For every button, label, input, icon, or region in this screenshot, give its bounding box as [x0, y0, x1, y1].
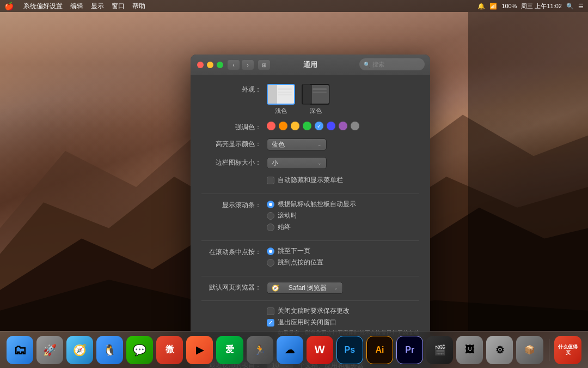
appearance-thumbs: 浅色 深色 — [267, 84, 419, 115]
click-jump-radio[interactable] — [267, 259, 274, 267]
scroll-always-label: 始终 — [278, 222, 291, 232]
wifi-icon[interactable]: 📶 — [489, 3, 497, 10]
search-placeholder: 搜索 — [372, 61, 384, 69]
notification-icon[interactable]: 🔔 — [477, 3, 485, 10]
dock-activity[interactable]: 🏃 — [247, 336, 273, 364]
dock-premiere[interactable]: Pr — [396, 336, 423, 364]
dark-thumbnail — [302, 84, 330, 105]
scroll-always-row: 始终 — [267, 222, 419, 232]
notification-center-icon[interactable]: ☰ — [578, 3, 584, 10]
light-thumbnail — [267, 84, 295, 105]
dock-finder[interactable]: 🗂 — [7, 336, 33, 364]
highlight-dropdown[interactable]: 蓝色 ⌄ — [267, 138, 327, 150]
scroll-auto-radio[interactable] — [267, 201, 274, 208]
accent-green[interactable] — [303, 122, 311, 130]
dock-wps[interactable]: W — [307, 336, 333, 364]
scroll-always-radio[interactable] — [267, 224, 274, 231]
search-icon[interactable]: 🔍 — [566, 3, 574, 10]
accent-red[interactable] — [267, 122, 275, 130]
divider-2 — [201, 240, 419, 241]
menubar: 🍎 系统偏好设置 编辑 显示 窗口 帮助 🔔 📶 100% 周三 上午11:02… — [0, 0, 588, 12]
dock-illustrator[interactable]: Ai — [366, 336, 393, 364]
appearance-label: 外观： — [201, 84, 267, 94]
browser-row: 默认网页浏览器： 🧭 Safari 浏览器 ⌄ — [201, 282, 419, 294]
grid-view-button[interactable]: ⊞ — [258, 60, 270, 70]
dock-qq[interactable]: 🐧 — [96, 336, 123, 364]
scroll-label: 显示滚动条： — [201, 200, 267, 210]
click-next-row: 跳至下一页 — [267, 246, 419, 256]
click-scroll-label: 在滚动条中点按： — [201, 246, 267, 257]
sidebar-dropdown-arrow: ⌄ — [317, 160, 322, 166]
highlight-control: 蓝色 ⌄ — [267, 138, 419, 150]
dock-misc[interactable]: 📦 — [516, 336, 543, 364]
dark-label: 深色 — [310, 107, 322, 115]
accent-indigo[interactable] — [327, 122, 335, 130]
click-next-label: 跳至下一页 — [278, 246, 310, 256]
dock-iqiyi[interactable]: 爱 — [216, 336, 243, 364]
accent-yellow[interactable] — [291, 122, 299, 130]
sidebar-size-dropdown[interactable]: 小 ⌄ — [267, 157, 327, 169]
scroll-scroll-radio[interactable] — [267, 212, 274, 220]
auto-hide-row: 自动隐藏和显示菜单栏 — [201, 176, 419, 187]
battery-indicator[interactable]: 100% — [501, 3, 517, 9]
click-scroll-control: 跳至下一页 跳到点按的位置 — [267, 246, 419, 269]
browser-dropdown-arrow: ⌄ — [334, 285, 338, 291]
menubar-left: 🍎 系统偏好设置 编辑 显示 窗口 帮助 — [4, 2, 145, 11]
dropdown-arrow: ⌄ — [317, 142, 322, 147]
scroll-control: 根据鼠标或触控板自动显示 滚动时 始终 — [267, 200, 419, 234]
maximize-button[interactable] — [217, 62, 223, 68]
minimize-button[interactable] — [207, 62, 213, 68]
appearance-light[interactable]: 浅色 — [267, 84, 295, 115]
forward-button[interactable]: › — [242, 60, 254, 70]
accent-purple[interactable] — [339, 122, 347, 130]
close-docs-checkbox[interactable] — [267, 307, 274, 315]
browser-icon: 🧭 — [272, 285, 279, 292]
browser-dropdown[interactable]: 🧭 Safari 浏览器 ⌄ — [267, 282, 343, 294]
dock-weibo[interactable]: 微 — [156, 336, 183, 364]
pr-icon: Pr — [405, 345, 414, 355]
iqiyi-icon: 爱 — [225, 344, 234, 355]
dock-photoshop[interactable]: Ps — [336, 336, 363, 364]
apple-menu[interactable]: 🍎 — [4, 2, 14, 10]
accent-blue[interactable] — [315, 122, 323, 130]
dock-video[interactable]: ▶ — [186, 336, 213, 364]
nav-buttons: ‹ › — [228, 60, 254, 70]
appearance-dark[interactable]: 深色 — [302, 84, 330, 115]
scroll-row: 显示滚动条： 根据鼠标或触控板自动显示 滚动时 始终 — [201, 200, 419, 234]
click-scroll-row: 在滚动条中点按： 跳至下一页 跳到点按的位置 — [201, 246, 419, 269]
appearance-row: 外观： 浅色 — [201, 84, 419, 115]
sidebar-size-label: 边栏图标大小： — [201, 157, 267, 167]
click-next-radio[interactable] — [267, 248, 274, 255]
auto-hide-control: 自动隐藏和显示菜单栏 — [267, 176, 419, 187]
restore-windows-checkbox[interactable] — [267, 319, 274, 327]
dock-whatshot[interactable]: 什么值得买 — [554, 336, 581, 364]
auto-hide-checkbox[interactable] — [267, 177, 274, 184]
menu-window[interactable]: 窗口 — [112, 2, 125, 11]
close-button[interactable] — [197, 62, 204, 68]
menu-edit[interactable]: 编辑 — [70, 2, 83, 11]
divider-4 — [201, 300, 419, 301]
accent-gray[interactable] — [351, 122, 359, 130]
dock-launchpad[interactable]: 🚀 — [36, 336, 63, 364]
ai-icon: Ai — [375, 345, 384, 355]
dock-wechat[interactable]: 💬 — [126, 336, 153, 364]
scroll-scroll-label: 滚动时 — [278, 211, 297, 220]
menu-help[interactable]: 帮助 — [132, 2, 145, 11]
auto-hide-checkbox-row: 自动隐藏和显示菜单栏 — [267, 176, 419, 185]
search-box[interactable]: 🔍 搜索 — [359, 58, 425, 70]
dock-fcpx[interactable]: 🎬 — [426, 336, 453, 364]
dock-divider — [549, 339, 549, 361]
close-docs-label — [201, 306, 267, 307]
highlight-value: 蓝色 — [272, 140, 285, 149]
accent-orange[interactable] — [279, 122, 287, 130]
dock-safari[interactable]: 🧭 — [66, 336, 93, 364]
menu-system-prefs[interactable]: 系统偏好设置 — [23, 2, 63, 11]
dock-baidu-cloud[interactable]: ☁ — [277, 336, 303, 364]
back-button[interactable]: ‹ — [228, 60, 240, 70]
auto-hide-checkbox-label: 自动隐藏和显示菜单栏 — [278, 176, 343, 185]
ps-icon: Ps — [345, 345, 356, 355]
dock-system-prefs[interactable]: ⚙ — [486, 336, 513, 364]
titlebar: ‹ › ⊞ 通用 🔍 搜索 — [191, 55, 430, 75]
dock-photos[interactable]: 🖼 — [456, 336, 483, 364]
menu-display[interactable]: 显示 — [91, 2, 104, 11]
